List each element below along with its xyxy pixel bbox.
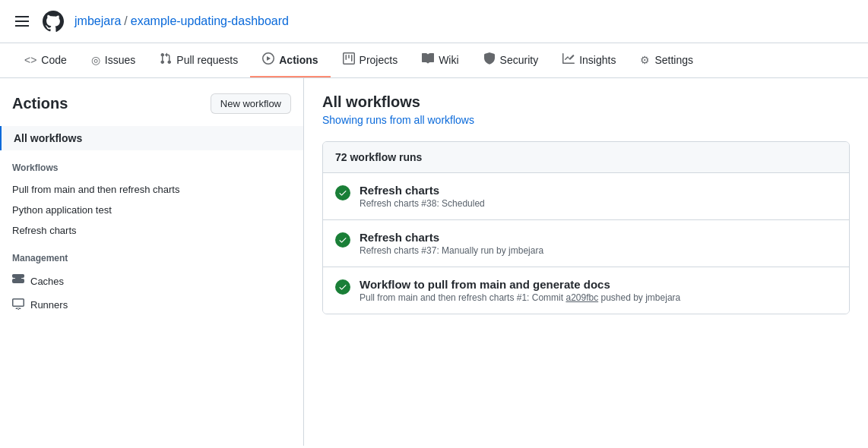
content-area: All workflows Showing runs from all work… — [304, 78, 868, 446]
path-slash: / — [124, 14, 127, 27]
tab-actions-label: Actions — [279, 54, 318, 66]
caches-icon — [12, 274, 24, 289]
tab-settings[interactable]: ⚙ Settings — [628, 45, 705, 77]
tab-projects[interactable]: Projects — [331, 43, 410, 77]
sidebar-title: Actions — [12, 95, 68, 112]
tab-wiki[interactable]: Wiki — [410, 43, 470, 77]
workflow-run-item[interactable]: Workflow to pull from main and generate … — [323, 267, 849, 314]
insights-icon — [562, 52, 575, 67]
projects-icon — [343, 52, 355, 67]
run-meta-3: Pull from main and then refresh charts #… — [360, 292, 837, 303]
run-meta-commit-link[interactable]: a209fbc — [565, 292, 598, 303]
sidebar-item-caches[interactable]: Caches — [0, 270, 303, 293]
management-section-label: Management — [0, 241, 303, 270]
check-circle-icon — [335, 232, 350, 248]
tab-issues[interactable]: ◎ Issues — [79, 45, 147, 77]
repo-path: jmbejara/example-updating-dashboard — [74, 14, 289, 28]
sidebar-item-workflow-3[interactable]: Refresh charts — [0, 220, 303, 241]
tab-security[interactable]: Security — [471, 43, 551, 77]
sidebar: Actions New workflow All workflows Workf… — [0, 78, 304, 446]
hamburger-button[interactable] — [12, 13, 32, 30]
content-title: All workflows — [322, 93, 850, 111]
run-status-success-2 — [335, 232, 350, 248]
run-meta-prefix-3: Pull from main and then refresh charts #… — [360, 292, 565, 303]
run-name-3: Workflow to pull from main and generate … — [360, 278, 837, 291]
main-layout: Actions New workflow All workflows Workf… — [0, 78, 868, 446]
security-icon — [483, 52, 496, 67]
run-details-3: Workflow to pull from main and generate … — [360, 278, 837, 303]
workflow-run-item[interactable]: Refresh charts Refresh charts #38: Sched… — [323, 173, 849, 220]
run-details-1: Refresh charts Refresh charts #38: Sched… — [360, 184, 837, 209]
tab-code-label: Code — [41, 54, 66, 66]
repo-owner-link[interactable]: jmbejara — [74, 14, 121, 27]
sidebar-item-runners[interactable]: Runners — [0, 293, 303, 317]
workflows-count-row: 72 workflow runs — [323, 142, 849, 173]
issues-icon: ◎ — [91, 54, 100, 66]
pr-icon — [160, 52, 172, 67]
nav-tabs: <> Code ◎ Issues Pull requests Actions P… — [0, 43, 868, 78]
sidebar-item-all-workflows[interactable]: All workflows — [0, 126, 303, 150]
tab-projects-label: Projects — [360, 54, 398, 66]
workflows-box: 72 workflow runs Refresh charts Refresh … — [322, 141, 850, 314]
all-workflows-label: All workflows — [14, 132, 82, 144]
caches-label: Caches — [30, 276, 64, 287]
workflow-run-item[interactable]: Refresh charts Refresh charts #37: Manua… — [323, 220, 849, 267]
run-meta-2: Refresh charts #37: Manually run by jmbe… — [360, 245, 837, 256]
content-subtitle: Showing runs from all workflows — [322, 114, 850, 126]
tab-insights-label: Insights — [579, 54, 616, 66]
tab-wiki-label: Wiki — [439, 54, 458, 66]
tab-code[interactable]: <> Code — [12, 45, 79, 77]
sidebar-item-workflow-1[interactable]: Pull from main and then refresh charts — [0, 179, 303, 200]
run-status-success-3 — [335, 279, 350, 295]
check-circle-icon — [335, 279, 350, 295]
tab-actions[interactable]: Actions — [250, 43, 330, 77]
workflows-section-label: Workflows — [0, 150, 303, 179]
check-circle-icon — [335, 185, 350, 200]
runners-label: Runners — [30, 299, 68, 311]
sidebar-header: Actions New workflow — [0, 93, 303, 126]
wiki-icon — [422, 52, 434, 67]
tab-pr-label: Pull requests — [176, 54, 238, 66]
tab-pull-requests[interactable]: Pull requests — [147, 43, 250, 77]
run-meta-1: Refresh charts #38: Scheduled — [360, 198, 837, 209]
run-details-2: Refresh charts Refresh charts #37: Manua… — [360, 231, 837, 256]
tab-security-label: Security — [500, 54, 539, 66]
sidebar-item-workflow-2[interactable]: Python application test — [0, 200, 303, 220]
run-meta-suffix-3: pushed by jmbejara — [598, 292, 680, 303]
tab-insights[interactable]: Insights — [550, 43, 628, 77]
repo-name-link[interactable]: example-updating-dashboard — [131, 14, 289, 27]
actions-tab-icon — [262, 52, 274, 67]
run-name-2: Refresh charts — [360, 231, 837, 244]
topbar: jmbejara/example-updating-dashboard — [0, 0, 868, 43]
run-status-success-1 — [335, 185, 350, 200]
tab-issues-label: Issues — [105, 54, 135, 66]
run-name-1: Refresh charts — [360, 184, 837, 197]
code-icon: <> — [24, 54, 36, 66]
tab-settings-label: Settings — [654, 54, 693, 66]
runners-icon — [12, 298, 24, 312]
new-workflow-button[interactable]: New workflow — [211, 93, 291, 114]
settings-icon: ⚙ — [640, 54, 650, 66]
github-logo — [41, 9, 65, 33]
